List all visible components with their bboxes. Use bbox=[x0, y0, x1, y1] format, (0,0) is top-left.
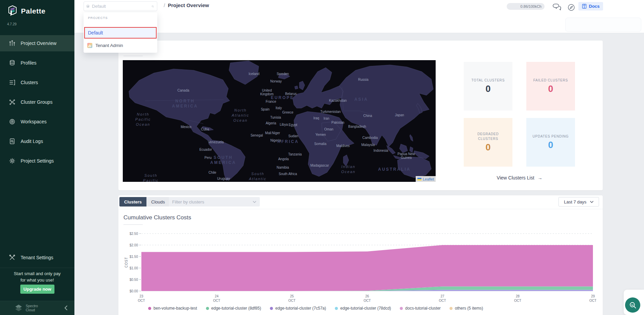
sidebar-divider bbox=[0, 268, 74, 268]
leaflet-link[interactable]: Leaflet bbox=[423, 177, 434, 181]
filter-by-clusters-select[interactable]: Filter by clusters bbox=[169, 197, 260, 207]
app-logo: Palette bbox=[7, 5, 45, 17]
svg-text:Malaysia: Malaysia bbox=[361, 143, 375, 147]
svg-text:Algeria: Algeria bbox=[266, 121, 276, 125]
legend-item[interactable]: edge-tutorial-cluster (8df85) bbox=[206, 306, 261, 311]
svg-text:$0.50: $0.50 bbox=[130, 278, 138, 282]
svg-text:Spain: Spain bbox=[261, 107, 270, 111]
network-icon bbox=[9, 99, 16, 105]
legend-item[interactable]: ben-volume-backup-test bbox=[148, 306, 197, 311]
sidebar-item-tenant-settings[interactable]: Tenant Settings bbox=[0, 249, 74, 266]
magnifier-smile-icon bbox=[629, 301, 637, 309]
svg-text:Bangladesh: Bangladesh bbox=[348, 125, 366, 128]
app-root: Palette 4.7.29 Project Overview Profiles… bbox=[0, 0, 644, 315]
docs-button-label: Docs bbox=[589, 4, 600, 9]
svg-text:OCT: OCT bbox=[213, 299, 220, 302]
upgrade-now-button[interactable]: Upgrade now bbox=[20, 285, 54, 294]
arrow-right-icon: → bbox=[537, 175, 542, 180]
sidebar-item-label: Project Overview bbox=[21, 41, 56, 46]
costs-card: Clusters Clouds Filter by clusters Last … bbox=[118, 195, 603, 315]
title-underline bbox=[123, 56, 143, 56]
stat-degraded-clusters: DEGRADED CLUSTERS 0 bbox=[464, 118, 512, 167]
help-compass-icon[interactable] bbox=[568, 4, 575, 11]
sidebar-item-audit-logs[interactable]: Audit Logs bbox=[0, 133, 74, 149]
project-selector[interactable] bbox=[84, 1, 157, 11]
docs-book-icon bbox=[582, 4, 587, 9]
breadcrumb-separator: / bbox=[164, 2, 165, 8]
svg-text:NorthPacificOcean: NorthPacificOcean bbox=[135, 112, 151, 126]
legend-dot bbox=[270, 307, 273, 310]
sidebar-item-label: Project Settings bbox=[21, 158, 54, 164]
legend-dot bbox=[148, 307, 151, 310]
sidebar-item-label: Audit Logs bbox=[21, 139, 43, 144]
svg-text:France: France bbox=[266, 100, 276, 103]
palette-logo-icon bbox=[7, 5, 18, 17]
chart-title: Cumulative Clusters Costs bbox=[123, 214, 191, 221]
docs-button[interactable]: Docs bbox=[578, 2, 603, 10]
svg-text:24: 24 bbox=[215, 294, 219, 298]
svg-text:OCT: OCT bbox=[364, 299, 371, 302]
svg-text:Ecuador: Ecuador bbox=[199, 148, 212, 151]
sidebar-item-label: Cluster Groups bbox=[21, 99, 52, 105]
sidebar-footer: Spectro Cloud bbox=[0, 301, 74, 315]
legend-item[interactable]: others (5 items) bbox=[450, 306, 483, 311]
svg-text:Tunisia: Tunisia bbox=[270, 116, 281, 119]
layers-icon bbox=[9, 59, 16, 66]
project-scope-icon bbox=[87, 4, 89, 9]
dropdown-item-default[interactable]: Default bbox=[84, 27, 157, 39]
svg-text:25: 25 bbox=[290, 294, 294, 298]
svg-text:$2.50: $2.50 bbox=[130, 232, 138, 236]
clusters-card: Clusters bbox=[118, 41, 603, 190]
legend-label: edge-tutorial-cluster (7c57a) bbox=[275, 306, 326, 311]
svg-text:NorthAtlanticOcean: NorthAtlanticOcean bbox=[231, 108, 249, 122]
sidebar-item-label: Tenant Settings bbox=[21, 255, 53, 260]
legend-item[interactable]: edge-tutorial-cluster (78dcd) bbox=[335, 306, 391, 311]
dropdown-item-tenant-admin[interactable]: Tenant Admin bbox=[84, 40, 157, 51]
list-icon bbox=[9, 79, 16, 86]
sidebar-item-clusters[interactable]: Clusters bbox=[0, 74, 74, 91]
svg-text:$2.00: $2.00 bbox=[130, 243, 138, 247]
map-attribution: Leaflet bbox=[416, 176, 436, 182]
svg-text:China: China bbox=[363, 114, 372, 118]
chat-icon[interactable] bbox=[552, 3, 561, 11]
legend-label: docs-tutorial-cluster bbox=[405, 306, 441, 311]
svg-text:Oman: Oman bbox=[324, 127, 333, 131]
breadcrumb: /Project Overview bbox=[164, 2, 209, 8]
tab-clusters[interactable]: Clusters bbox=[119, 197, 146, 207]
svg-text:Peru: Peru bbox=[204, 156, 211, 160]
svg-text:Angola: Angola bbox=[278, 157, 289, 161]
svg-text:Indonesia: Indonesia bbox=[373, 149, 388, 152]
svg-text:AUSTRALIA: AUSTRALIA bbox=[378, 167, 411, 172]
legend-item[interactable]: docs-tutorial-cluster bbox=[400, 306, 441, 311]
sidebar-nav: Project Overview Profiles Clusters Clust… bbox=[0, 35, 74, 172]
date-range-select[interactable]: Last 7 days bbox=[558, 197, 599, 207]
svg-text:Greece: Greece bbox=[282, 111, 294, 114]
stat-total-clusters: TOTAL CLUSTERS 0 bbox=[464, 62, 512, 111]
svg-text:$1.00: $1.00 bbox=[130, 266, 138, 270]
search-widget-button[interactable] bbox=[625, 297, 640, 313]
view-clusters-list-link[interactable]: View Clusters List → bbox=[464, 175, 575, 180]
gear-icon bbox=[9, 158, 16, 164]
world-map-svg: IcelandSwedenNorwayCanadaUnitedKingdomBe… bbox=[123, 60, 436, 182]
svg-text:ASIA: ASIA bbox=[354, 97, 368, 102]
legend-item[interactable]: edge-tutorial-cluster (7c57a) bbox=[270, 306, 326, 311]
svg-text:Egypt: Egypt bbox=[289, 123, 297, 127]
collapse-sidebar-icon[interactable] bbox=[63, 304, 70, 312]
svg-text:Turkmenistan: Turkmenistan bbox=[320, 110, 341, 114]
filter-placeholder: Filter by clusters bbox=[172, 199, 204, 204]
svg-text:29: 29 bbox=[591, 294, 595, 298]
svg-text:UnitedKingdom: UnitedKingdom bbox=[260, 89, 273, 96]
sidebar-item-profiles[interactable]: Profiles bbox=[0, 55, 74, 71]
chart-legend: ben-volume-backup-testedge-tutorial-clus… bbox=[123, 306, 508, 311]
sidebar-item-cluster-groups[interactable]: Cluster Groups bbox=[0, 94, 74, 110]
project-search-input[interactable] bbox=[92, 4, 152, 9]
sidebar-item-workspaces[interactable]: Workspaces bbox=[0, 114, 74, 130]
svg-text:23: 23 bbox=[139, 294, 143, 298]
sidebar-item-project-settings[interactable]: Project Settings bbox=[0, 153, 74, 169]
world-map[interactable]: IcelandSwedenNorwayCanadaUnitedKingdomBe… bbox=[123, 60, 436, 182]
legend-label: others (5 items) bbox=[455, 306, 483, 311]
svg-text:Somalia: Somalia bbox=[314, 142, 327, 146]
sidebar-item-label: Profiles bbox=[21, 60, 37, 66]
tab-clouds[interactable]: Clouds bbox=[146, 197, 169, 207]
sidebar-item-project-overview[interactable]: Project Overview bbox=[0, 35, 74, 51]
